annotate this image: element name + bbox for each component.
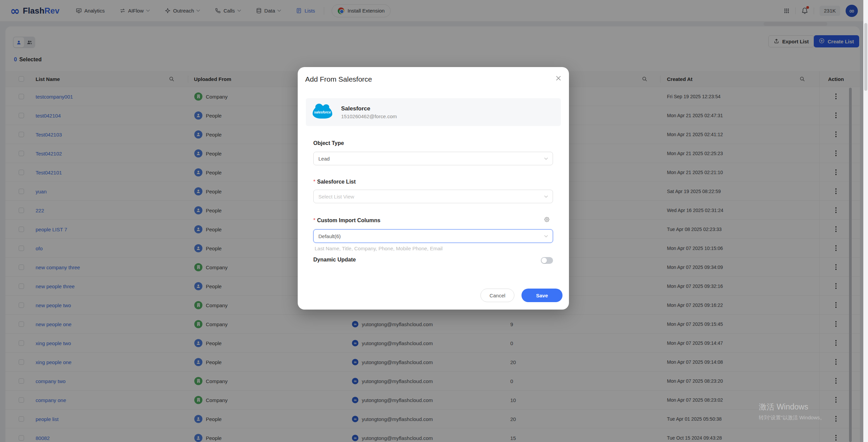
close-icon[interactable] [555,75,561,81]
account-name: Salesforce [341,105,397,112]
chevron-down-icon [544,157,548,160]
custom-columns-value: Default(6) [318,233,341,239]
object-type-select[interactable]: Lead [313,152,553,165]
object-type-value: Lead [318,156,330,162]
dynamic-update-label: Dynamic Update [313,257,356,263]
object-type-label: Object Type [313,140,344,146]
windows-activation-watermark: 激活 Windows 转到“设置”以激活 Windows。 [759,402,825,421]
page-scrollbar-thumb[interactable] [864,23,867,91]
custom-import-columns-label: *Custom Import Columns [313,217,380,224]
custom-columns-helper-text: Last Name, Title, Company, Phone, Mobile… [315,246,442,251]
add-from-salesforce-modal: Add From Salesforce salesforce Salesforc… [298,67,569,310]
chevron-down-icon [544,235,548,237]
modal-title: Add From Salesforce [305,75,372,83]
salesforce-list-label: *Salesforce List [313,179,356,185]
save-button[interactable]: Save [521,289,563,302]
cancel-button[interactable]: Cancel [480,289,514,302]
chevron-down-icon [544,195,548,198]
salesforce-list-select[interactable]: Select List View [313,190,553,203]
salesforce-list-placeholder: Select List View [318,194,354,199]
gear-icon[interactable] [544,216,550,223]
custom-import-columns-select[interactable]: Default(6) [313,229,553,243]
page-scrollbar[interactable] [863,0,868,442]
dynamic-update-toggle[interactable] [541,257,553,264]
salesforce-account-card: salesforce Salesforce 1510260462@force.c… [306,98,561,126]
account-email: 1510260462@force.com [341,113,397,119]
salesforce-logo-icon: salesforce [313,106,332,119]
